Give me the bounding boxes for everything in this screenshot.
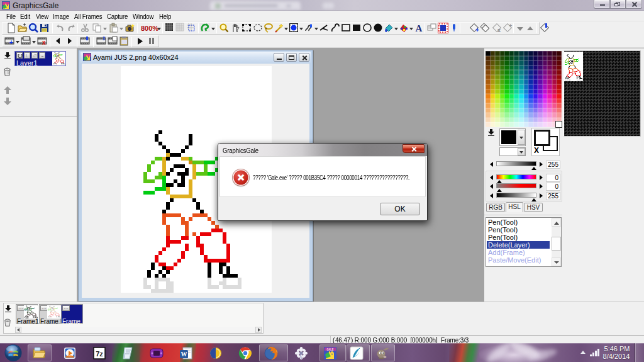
- svg-text:7z: 7z: [96, 350, 103, 358]
- svg-text:+: +: [9, 39, 13, 46]
- svg-text:x: x: [497, 27, 501, 33]
- svg-text:x: x: [42, 39, 46, 46]
- svg-text:W: W: [181, 351, 187, 358]
- svg-text:+: +: [475, 26, 479, 33]
- svg-text:+: +: [509, 23, 512, 29]
- svg-text:GALE: GALE: [327, 348, 334, 351]
- svg-text:A: A: [416, 23, 423, 33]
